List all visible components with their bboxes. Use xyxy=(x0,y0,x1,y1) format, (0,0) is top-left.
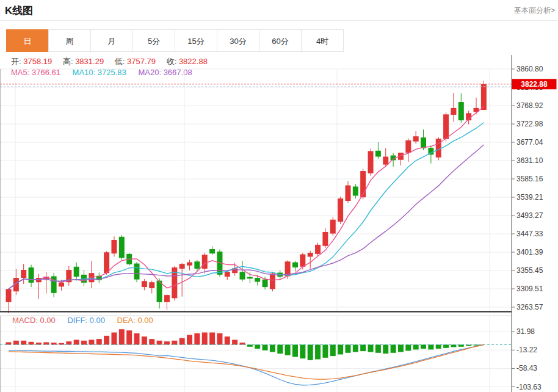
macd-bar-down xyxy=(255,344,260,349)
price-tick-label: 3493.27 xyxy=(516,211,543,220)
candle-up xyxy=(149,282,154,288)
macd-bar-down xyxy=(300,344,305,358)
diff-line xyxy=(9,344,484,385)
title-divider xyxy=(0,20,558,21)
fundamental-analysis-link[interactable]: 基本面分析> xyxy=(514,5,555,16)
candle-up xyxy=(368,151,374,173)
candle-down xyxy=(292,263,298,267)
macd-bar-up xyxy=(96,339,102,344)
macd-bar-down xyxy=(360,344,366,351)
kline-widget: { "header": { "title": "K线图", "link": "基… xyxy=(0,0,558,392)
macd-bar-down xyxy=(368,344,374,352)
candle-up xyxy=(338,198,343,222)
macd-bar-down xyxy=(443,344,449,347)
macd-bar-up xyxy=(74,340,79,345)
candle-down xyxy=(240,272,245,279)
tab-min15[interactable]: 15分 xyxy=(175,29,217,52)
macd-bar-down xyxy=(315,344,321,359)
macd-bar-up xyxy=(164,341,170,344)
candle-down xyxy=(255,278,260,282)
candle-up xyxy=(187,263,192,266)
candle-down xyxy=(194,261,200,269)
tab-month[interactable]: 月 xyxy=(90,29,133,52)
candle-up xyxy=(413,136,419,141)
macd-bar-up xyxy=(209,333,215,345)
macd-bar-up xyxy=(6,342,12,344)
candle-up xyxy=(225,272,230,277)
candle-down xyxy=(458,102,464,120)
candle-up xyxy=(481,84,487,110)
page-title: K线图 xyxy=(5,4,33,18)
candle-up xyxy=(164,295,170,302)
candle-up xyxy=(179,264,185,269)
tab-min30[interactable]: 30分 xyxy=(217,29,259,52)
macd-bar-down xyxy=(375,344,381,352)
candle-down xyxy=(353,187,358,196)
macd-bar-up xyxy=(21,341,26,345)
candle-up xyxy=(322,232,328,246)
period-tabs: 日周月5分15分30分60分4时 xyxy=(6,29,344,52)
candle-up xyxy=(308,253,313,257)
candle-down xyxy=(51,276,57,292)
kline-chart-canvas[interactable]: 3860.803814.863768.923722.983677.043631.… xyxy=(0,55,558,392)
price-tick-label: 3677.04 xyxy=(516,138,543,147)
macd-bar-up xyxy=(126,330,132,344)
candle-down xyxy=(74,267,79,277)
macd-bar-up xyxy=(142,336,147,344)
candle-up xyxy=(300,255,305,267)
candle-down xyxy=(29,267,34,283)
candle-up xyxy=(104,252,109,273)
candle-down xyxy=(247,277,253,279)
macd-bar-down xyxy=(338,344,343,354)
macd-bar-down xyxy=(263,344,268,350)
macd-bar-up xyxy=(157,341,162,345)
macd-bar-down xyxy=(436,344,441,349)
macd-bar-up xyxy=(149,339,154,344)
macd-bar-down xyxy=(405,344,411,350)
macd-bar-up xyxy=(29,342,34,345)
tab-hour4[interactable]: 4时 xyxy=(301,29,344,52)
macd-bar-down xyxy=(345,344,350,352)
macd-bar-up xyxy=(202,333,208,345)
candle-up xyxy=(383,157,388,165)
price-tick-label: 3631.10 xyxy=(516,156,543,165)
tab-min60[interactable]: 60分 xyxy=(259,29,302,52)
tab-day[interactable]: 日 xyxy=(6,29,49,52)
candle-down xyxy=(134,264,140,280)
candle-up xyxy=(330,220,336,234)
tab-week[interactable]: 周 xyxy=(48,29,91,52)
tab-min5[interactable]: 5分 xyxy=(132,29,175,52)
macd-bar-up xyxy=(225,336,230,344)
macd-bar-up xyxy=(43,342,49,344)
macd-bar-up xyxy=(134,333,140,345)
candle-up xyxy=(142,281,147,287)
macd-bar-down xyxy=(413,344,419,349)
current-price-tag-label: 3822.88 xyxy=(521,80,548,89)
price-tick-label: 3447.33 xyxy=(516,230,543,238)
candle-up xyxy=(111,240,117,253)
candle-up xyxy=(405,140,411,153)
price-tick-label: 3309.51 xyxy=(516,285,543,293)
candle-down xyxy=(119,237,125,258)
candle-up xyxy=(202,255,208,269)
price-tick-label: 3722.98 xyxy=(516,120,543,128)
macd-bar-up xyxy=(194,333,200,345)
candle-up xyxy=(21,270,26,278)
macd-bar-up xyxy=(89,340,94,345)
price-tick-label: 3401.39 xyxy=(516,248,543,256)
macd-bar-down xyxy=(383,344,388,354)
macd-bar-up xyxy=(81,341,87,345)
macd-bar-up xyxy=(187,335,192,345)
macd-tick-label: -103.63 xyxy=(516,383,542,391)
candle-up xyxy=(345,186,350,201)
price-tick-label: 3539.21 xyxy=(516,193,543,201)
candle-up xyxy=(315,245,321,254)
macd-bar-down xyxy=(398,344,404,352)
macd-bar-down xyxy=(277,344,283,354)
macd-tick-label: -13.22 xyxy=(516,346,537,354)
candle-down xyxy=(263,280,268,287)
macd-bar-down xyxy=(322,344,328,357)
macd-bar-up xyxy=(232,340,237,345)
macd-bar-up xyxy=(119,329,125,344)
macd-bar-down xyxy=(353,344,358,352)
